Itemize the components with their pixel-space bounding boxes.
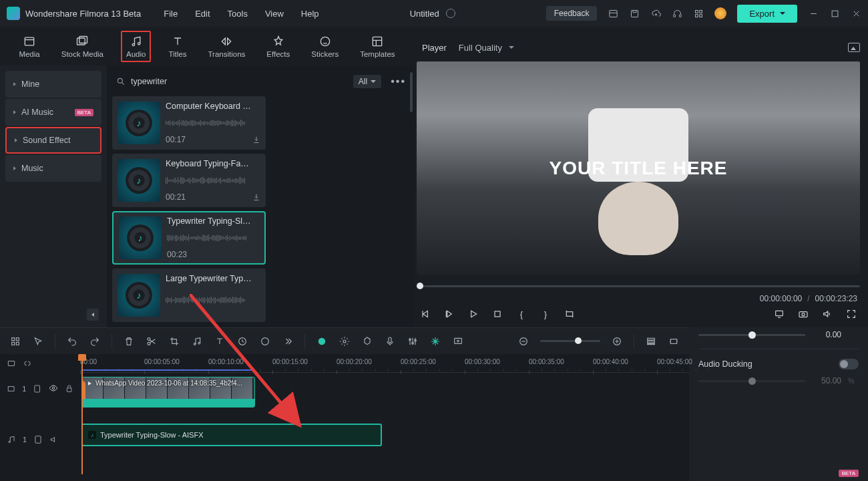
play-icon[interactable] — [467, 308, 479, 320]
crop-tool-icon[interactable] — [564, 308, 576, 320]
tab-transitions[interactable]: Transitions — [204, 32, 249, 61]
document-title[interactable]: Untitled — [410, 9, 439, 19]
tab-stickers[interactable]: Stickers — [307, 32, 343, 61]
camera-icon[interactable] — [797, 308, 809, 320]
apps-grid-icon[interactable] — [693, 8, 704, 19]
zoom-slider[interactable] — [540, 340, 600, 342]
svg-rect-6 — [695, 14, 698, 17]
mixer-icon[interactable] — [407, 335, 419, 347]
audio-clip-card[interactable]: ♪ Computer Keyboard Ty... 00:17 — [112, 96, 266, 150]
ducking-slider[interactable] — [698, 380, 805, 382]
music-note-icon: ♪ — [88, 431, 96, 439]
audio-track-header[interactable]: 1 — [0, 428, 80, 452]
tab-stock-media[interactable]: Stock Media — [57, 32, 107, 61]
cursor-icon[interactable] — [32, 335, 44, 347]
mark-out-icon[interactable]: } — [539, 308, 552, 320]
text-icon[interactable] — [214, 335, 226, 347]
export-button[interactable]: Export — [737, 5, 797, 23]
menu-bar: File Edit Tools View Help — [164, 9, 318, 19]
scrollbar[interactable] — [410, 72, 413, 112]
collapse-sidebar-button[interactable] — [87, 309, 99, 321]
search-input[interactable] — [131, 77, 343, 86]
record-screen-icon[interactable] — [452, 335, 464, 347]
marker-icon[interactable] — [361, 335, 373, 347]
pitch-slider[interactable] — [698, 334, 805, 336]
cloud-upload-icon[interactable] — [650, 8, 661, 19]
prev-frame-icon[interactable] — [419, 308, 431, 320]
layout-icon[interactable] — [608, 8, 618, 19]
ducking-toggle[interactable] — [839, 359, 859, 369]
display-icon[interactable] — [773, 308, 785, 320]
video-clip[interactable]: WhatsApp Video 2023-10-06 at 14:08:35_4b… — [81, 377, 255, 408]
clip-name: Typewriter Typing-Slow... — [167, 216, 254, 226]
menu-file[interactable]: File — [164, 9, 178, 19]
play-start-icon[interactable] — [443, 308, 455, 320]
volume-icon[interactable] — [821, 308, 833, 320]
gear-icon[interactable] — [339, 335, 351, 347]
audio-clip[interactable]: ♪ Typewriter Typing-Slow - AISFX — [81, 424, 382, 446]
timeline-options[interactable] — [0, 354, 80, 373]
sidebar-item-music[interactable]: Music — [5, 155, 101, 182]
enhance-icon[interactable] — [429, 335, 441, 347]
audio-clip-card[interactable]: ♪ Large Typewriter Typing... — [112, 269, 266, 322]
undo-icon[interactable] — [66, 335, 78, 347]
delete-icon[interactable] — [123, 335, 135, 347]
clip-duration: 00:21 — [166, 192, 186, 202]
tab-titles[interactable]: Titles — [164, 32, 190, 61]
crop-icon[interactable] — [168, 335, 180, 347]
stop-icon[interactable] — [491, 308, 503, 320]
audio-clip-card[interactable]: ♪ Typewriter Typing-Slow... 00:23 — [112, 211, 266, 265]
user-avatar-icon[interactable] — [714, 7, 726, 19]
fit-zoom-icon[interactable] — [668, 335, 680, 347]
grid-icon[interactable] — [9, 335, 21, 347]
mark-in-icon[interactable]: { — [515, 308, 527, 320]
menu-help[interactable]: Help — [301, 9, 319, 19]
svg-rect-47 — [8, 387, 14, 391]
playhead[interactable] — [81, 354, 83, 474]
sidebar-item-ai-music[interactable]: AI MusicBETA — [5, 99, 101, 126]
titlebar: Wondershare Filmora 13 Beta File Edit To… — [0, 0, 868, 27]
download-icon[interactable] — [252, 193, 260, 201]
mic-icon[interactable] — [384, 335, 396, 347]
filter-all-dropdown[interactable]: All — [353, 75, 381, 88]
scrub-bar[interactable] — [417, 282, 860, 290]
save-icon[interactable] — [629, 8, 640, 19]
timeline-view-icon[interactable] — [645, 335, 657, 347]
video-track-header[interactable]: 1 — [0, 377, 80, 401]
speed-icon[interactable] — [236, 335, 248, 347]
color-icon[interactable] — [259, 335, 271, 347]
pitch-value[interactable]: 0.00 — [812, 330, 841, 339]
svg-rect-15 — [373, 37, 382, 45]
menu-tools[interactable]: Tools — [228, 9, 248, 19]
menu-edit[interactable]: Edit — [195, 9, 210, 19]
audio-clip-card[interactable]: ♪ Keyboard Typing-Fast 0... 00:21 — [112, 154, 266, 207]
beat-music-icon[interactable] — [191, 335, 203, 347]
video-viewport[interactable]: YOUR TITLE HERE — [417, 61, 860, 275]
more-options-button[interactable]: ••• — [388, 75, 409, 88]
sidebar-item-mine[interactable]: Mine — [5, 71, 101, 98]
ai-tool-icon[interactable] — [316, 335, 328, 347]
sidebar-item-sound-effect[interactable]: Sound Effect — [5, 127, 101, 154]
tab-media[interactable]: Media — [15, 32, 43, 61]
svg-rect-8 — [832, 11, 838, 17]
more-tools-icon[interactable] — [282, 335, 294, 347]
zoom-out-icon[interactable] — [517, 335, 529, 347]
snapshot-icon[interactable] — [848, 43, 860, 52]
zoom-in-icon[interactable] — [611, 335, 623, 347]
fullscreen-icon[interactable] — [845, 308, 857, 320]
svg-rect-23 — [16, 337, 19, 340]
feedback-button[interactable]: Feedback — [546, 6, 598, 21]
tab-effects[interactable]: Effects — [262, 32, 294, 61]
headphones-icon[interactable] — [672, 8, 682, 19]
quality-dropdown[interactable]: Full Quality — [459, 43, 514, 53]
maximize-icon[interactable] — [829, 8, 840, 19]
tab-audio[interactable]: Audio — [121, 31, 151, 62]
menu-view[interactable]: View — [265, 9, 284, 19]
redo-icon[interactable] — [89, 335, 101, 347]
scissors-icon[interactable] — [146, 335, 158, 347]
work-region[interactable] — [81, 369, 254, 371]
minimize-icon[interactable] — [808, 8, 819, 19]
tab-templates[interactable]: Templates — [356, 32, 399, 61]
download-icon[interactable] — [252, 136, 260, 144]
close-icon[interactable] — [851, 8, 861, 19]
